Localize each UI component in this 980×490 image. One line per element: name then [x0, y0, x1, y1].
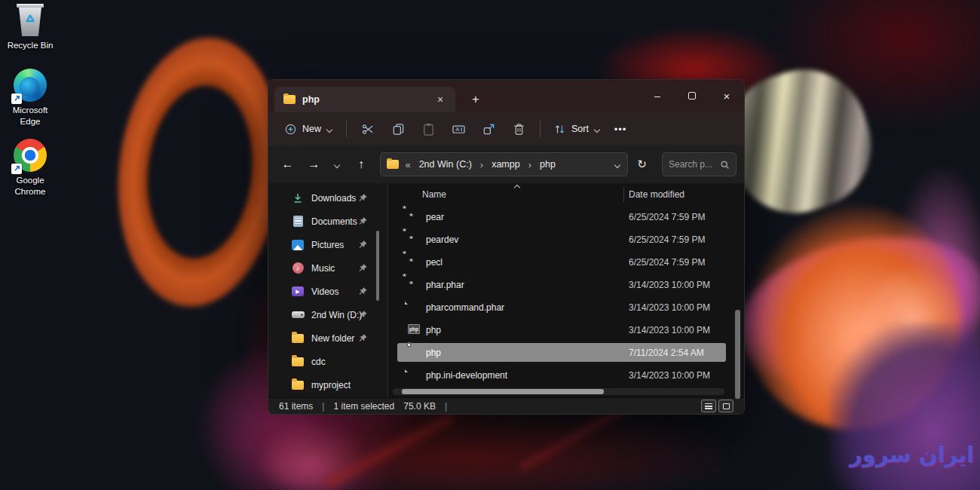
folder-icon: [291, 355, 305, 369]
forward-button[interactable]: →: [302, 153, 326, 176]
horizontal-scrollbar-thumb[interactable]: [402, 389, 604, 394]
file-row-pear[interactable]: pear 6/25/2024 7:59 PM: [388, 206, 744, 228]
new-button-label: New: [302, 124, 321, 134]
refresh-button[interactable]: ↻: [631, 153, 653, 176]
column-header-name[interactable]: Name: [422, 189, 446, 200]
sort-button[interactable]: Sort: [547, 118, 608, 140]
sidebar-item-new-folder[interactable]: New folder: [268, 326, 387, 350]
column-header-date-modified[interactable]: Date modified: [629, 189, 684, 200]
tab-close-button[interactable]: ×: [433, 92, 448, 107]
details-view-icon: [705, 403, 712, 409]
sidebar-item-videos[interactable]: ▶ Videos: [268, 280, 387, 303]
pin-icon: [358, 262, 368, 276]
file-name: peardev: [426, 234, 458, 245]
pin-icon: [358, 239, 368, 253]
search-box[interactable]: [662, 152, 737, 176]
file-row-pecl[interactable]: pecl 6/25/2024 7:59 PM: [388, 251, 744, 274]
column-divider[interactable]: [623, 187, 624, 202]
address-dropdown-chevron-icon[interactable]: [614, 161, 621, 168]
php-file-icon: php: [408, 324, 420, 334]
drive-icon: [291, 308, 305, 322]
up-button[interactable]: ↑: [349, 153, 372, 176]
videos-icon: ▶: [291, 285, 305, 299]
back-button[interactable]: ←: [276, 153, 299, 176]
minimize-button[interactable]: –: [640, 80, 675, 112]
explorer-content: Downloads Documents Pictures ♪ Music ▶ V…: [268, 183, 744, 397]
new-button[interactable]: New: [277, 118, 340, 140]
address-breadcrumb-box[interactable]: « 2nd Win (C:) › xampp › php: [380, 152, 627, 176]
cut-button[interactable]: [353, 117, 383, 141]
file-row-php[interactable]: php php 3/14/2023 10:00 PM: [388, 319, 744, 341]
close-button[interactable]: ×: [709, 80, 744, 112]
sidebar-item-label: cdc: [311, 357, 326, 367]
folder-icon: [387, 160, 399, 169]
sidebar-item-pictures[interactable]: Pictures: [268, 233, 387, 256]
file-name: phar.phar: [426, 280, 464, 290]
sidebar-item-cdc[interactable]: cdc: [268, 350, 387, 373]
share-icon: [482, 122, 496, 136]
sidebar-item-label: 2nd Win (D:): [311, 310, 362, 320]
desktop-icon-recycle-bin[interactable]: Recycle Bin: [3, 3, 57, 51]
maximize-button[interactable]: [675, 80, 709, 112]
sidebar-item-music[interactable]: ♪ Music: [268, 256, 387, 280]
breadcrumb-drive[interactable]: 2nd Win (C:): [417, 158, 474, 171]
file-row-peardev[interactable]: peardev 6/25/2024 7:59 PM: [388, 228, 744, 251]
file-row-phar-phar[interactable]: phar.phar 3/14/2023 10:00 PM: [388, 274, 744, 296]
selection-size: 75.0 KB: [403, 401, 436, 412]
copy-button[interactable]: [383, 117, 413, 141]
copy-icon: [391, 122, 406, 136]
folder-icon: [283, 95, 296, 104]
see-more-button[interactable]: •••: [608, 117, 633, 141]
recent-locations-button[interactable]: [329, 153, 346, 176]
command-bar: New A: [268, 112, 744, 145]
file-name: php: [426, 325, 441, 335]
file-date: 3/14/2023 10:00 PM: [629, 302, 710, 313]
sort-button-label: Sort: [571, 124, 589, 134]
search-input[interactable]: [669, 159, 717, 170]
delete-button[interactable]: [504, 117, 534, 141]
breadcrumb-xampp[interactable]: xampp: [489, 158, 522, 171]
file-date: 6/25/2024 7:59 PM: [629, 234, 705, 245]
file-list: Name Date modified pear 6/25/2024 7:59 P…: [388, 183, 744, 397]
view-toggle-group: [701, 400, 733, 412]
folder-icon: [291, 332, 305, 345]
sidebar-item-2nd-win-d[interactable]: 2nd Win (D:): [268, 303, 387, 326]
file-row-php-ini-development[interactable]: php.ini-development 3/14/2023 10:00 PM: [388, 364, 744, 387]
file-row-php-selected[interactable]: php 7/11/2024 2:54 AM: [388, 341, 744, 364]
sidebar-item-label: Music: [311, 263, 335, 274]
share-button[interactable]: [473, 117, 504, 141]
breadcrumb-php[interactable]: php: [537, 158, 558, 171]
desktop-icon-microsoft-edge[interactable]: Microsoft Edge: [3, 68, 57, 127]
folder-icon: [291, 378, 305, 392]
sidebar-item-downloads[interactable]: Downloads: [268, 186, 387, 210]
desktop-icon-label: Google Chrome: [3, 175, 57, 198]
pin-icon: [358, 286, 368, 299]
navigation-pane: Downloads Documents Pictures ♪ Music ▶ V…: [268, 183, 387, 397]
vertical-scrollbar[interactable]: [735, 310, 740, 399]
chevron-down-icon: [326, 126, 333, 133]
file-row-pharcommand[interactable]: pharcommand.phar 3/14/2023 10:00 PM: [388, 296, 744, 319]
desktop-icon-label: Recycle Bin: [8, 40, 54, 51]
large-icons-view-button[interactable]: [718, 400, 733, 412]
file-date: 3/14/2023 10:00 PM: [629, 370, 710, 381]
sidebar-item-label: Downloads: [311, 193, 356, 204]
documents-icon: [291, 215, 305, 228]
horizontal-scrollbar[interactable]: [393, 388, 724, 395]
pictures-icon: [291, 238, 305, 252]
explorer-tab-php[interactable]: php ×: [274, 87, 455, 112]
downloads-icon: [291, 191, 305, 205]
rename-button[interactable]: A: [443, 117, 473, 141]
details-view-button[interactable]: [701, 400, 716, 412]
desktop-icon-google-chrome[interactable]: Google Chrome: [3, 138, 57, 198]
breadcrumb-separator: ›: [479, 159, 485, 170]
sidebar-item-myproject[interactable]: myproject: [268, 373, 387, 397]
sidebar-scrollbar[interactable]: [376, 231, 379, 301]
new-tab-button[interactable]: +: [466, 90, 485, 109]
recycle-bin-icon: [13, 3, 47, 38]
paste-button[interactable]: [413, 117, 443, 141]
breadcrumb-overflow[interactable]: «: [403, 159, 412, 170]
status-divider: |: [322, 401, 324, 412]
sidebar-item-documents[interactable]: Documents: [268, 210, 387, 233]
sidebar-item-label: Videos: [311, 286, 338, 297]
chevron-down-icon: [594, 126, 601, 133]
